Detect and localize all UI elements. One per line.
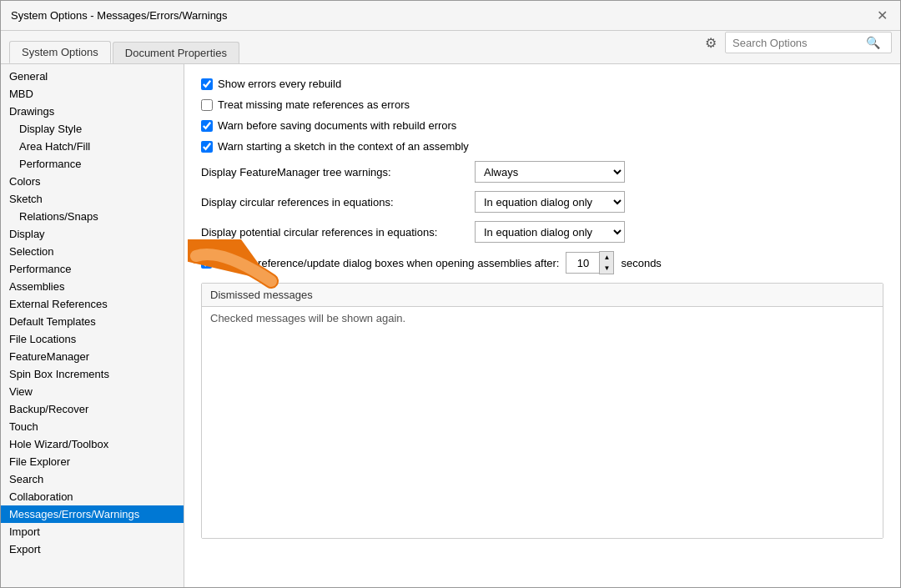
dropdown-featuremanager-row: Display FeatureManager tree warnings: Al… [201,161,883,183]
sidebar-item-drawings[interactable]: Drawings [1,103,184,120]
sidebar-item-default-templates[interactable]: Default Templates [1,313,184,330]
tab-system-options[interactable]: System Options [9,41,111,63]
treat-missing-text: Treat missing mate references as errors [218,98,410,111]
dropdown-potential-circular-row: Display potential circular references in… [201,221,883,243]
show-errors-label[interactable]: Show errors every rebuild [201,78,341,90]
close-button[interactable]: ✕ [873,8,890,24]
sidebar-item-featuremanager[interactable]: FeatureManager [1,348,184,365]
search-area: ⚙ 🔍 [705,32,892,58]
warn-sketch-label[interactable]: Warn starting a sketch in the context of… [201,140,469,153]
spinner-down-button[interactable]: ▼ [600,263,613,274]
show-errors-text: Show errors every rebuild [218,78,341,90]
dismissed-messages-box: Dismissed messages Checked messages will… [201,283,883,539]
warn-sketch-text: Warn starting a sketch in the context of… [218,140,469,153]
dropdown-potential-circular-select[interactable]: In equation dialog only Always Never [475,221,625,243]
spinner-input[interactable] [566,252,599,274]
spinner-up-button[interactable]: ▲ [600,252,613,263]
sidebar-item-selection[interactable]: Selection [1,243,184,260]
sidebar-item-spin-box-increments[interactable]: Spin Box Increments [1,365,184,383]
sidebar-item-hole-wizard-toolbox[interactable]: Hole Wizard/Toolbox [1,435,184,453]
dropdown-circular-label: Display circular references in equations… [201,196,468,209]
option-show-errors: Show errors every rebuild [201,78,883,90]
show-errors-checkbox[interactable] [201,78,213,90]
sidebar-item-display[interactable]: Display [1,225,184,243]
option-warn-saving: Warn before saving documents with rebuil… [201,119,883,132]
sidebar-item-search[interactable]: Search [1,470,184,488]
sidebar-item-area-hatch-fill[interactable]: Area Hatch/Fill [1,138,184,155]
sidebar-item-performance[interactable]: Performance [1,260,184,278]
search-box: 🔍 [725,32,892,53]
window-title: System Options - Messages/Errors/Warning… [11,9,228,22]
spinner-dismiss-row: Dismiss reference/update dialog boxes wh… [201,251,883,274]
dismissed-messages-content [202,329,883,538]
warn-saving-checkbox[interactable] [201,120,213,132]
treat-missing-label[interactable]: Treat missing mate references as errors [201,98,410,111]
tabs-bar: System Options Document Properties ⚙ 🔍 [1,31,900,64]
sidebar-item-import[interactable]: Import [1,523,184,540]
dismissed-messages-header: Dismissed messages [202,284,883,307]
option-treat-missing: Treat missing mate references as errors [201,98,883,111]
sidebar-item-relations-snaps[interactable]: Relations/Snaps [1,208,184,225]
sidebar-item-file-locations[interactable]: File Locations [1,330,184,348]
warn-saving-label[interactable]: Warn before saving documents with rebuil… [201,119,456,132]
sidebar-item-file-explorer[interactable]: File Explorer [1,453,184,470]
sidebar-item-general[interactable]: General [1,68,184,85]
warn-sketch-checkbox[interactable] [201,141,213,153]
search-icon: 🔍 [866,36,880,49]
dropdown-featuremanager-select[interactable]: Always Never When warnings occur [475,161,625,183]
sidebar-item-export[interactable]: Export [1,540,184,558]
search-input[interactable] [732,37,866,49]
sidebar-item-sketch[interactable]: Sketch [1,190,184,208]
gear-icon: ⚙ [705,35,717,51]
spinner-unit: seconds [621,257,661,269]
content-area: General MBD Drawings Display Style Area … [1,64,900,587]
dismissed-messages-subtext: Checked messages will be shown again. [202,307,883,329]
sidebar-item-performance-draw[interactable]: Performance [1,155,184,173]
tabs-container: System Options Document Properties [9,41,239,63]
sidebar-item-backup-recover[interactable]: Backup/Recover [1,400,184,418]
dropdown-featuremanager-label: Display FeatureManager tree warnings: [201,166,468,178]
sidebar-item-mbd[interactable]: MBD [1,85,184,103]
sidebar-item-colors[interactable]: Colors [1,173,184,190]
option-warn-sketch: Warn starting a sketch in the context of… [201,140,883,153]
spinner-buttons: ▲ ▼ [599,251,614,274]
sidebar-item-external-references[interactable]: External References [1,295,184,313]
sidebar-item-assemblies[interactable]: Assemblies [1,278,184,295]
spinner-dismiss-text: Dismiss reference/update dialog boxes wh… [217,257,559,269]
dropdown-circular-select[interactable]: In equation dialog only Always Never [475,191,625,213]
dropdown-circular-row: Display circular references in equations… [201,191,883,213]
sidebar-item-collaboration[interactable]: Collaboration [1,488,184,505]
title-bar: System Options - Messages/Errors/Warning… [1,1,900,31]
spinner-dismiss-checkbox[interactable] [201,258,212,269]
tab-document-properties[interactable]: Document Properties [113,42,239,63]
sidebar-item-display-style[interactable]: Display Style [1,120,184,138]
dropdown-potential-circular-label: Display potential circular references in… [201,226,468,239]
spinner-dismiss-label[interactable]: Dismiss reference/update dialog boxes wh… [201,257,559,269]
warn-saving-text: Warn before saving documents with rebuil… [218,119,456,132]
spinner-container: ▲ ▼ [566,251,614,274]
treat-missing-checkbox[interactable] [201,99,213,111]
sidebar-item-touch[interactable]: Touch [1,418,184,435]
sidebar: General MBD Drawings Display Style Area … [1,64,184,587]
main-window: System Options - Messages/Errors/Warning… [0,0,901,588]
sidebar-item-messages-errors-warnings[interactable]: Messages/Errors/Warnings [1,505,184,523]
sidebar-item-view[interactable]: View [1,383,184,400]
main-content: Show errors every rebuild Treat missing … [184,64,900,587]
